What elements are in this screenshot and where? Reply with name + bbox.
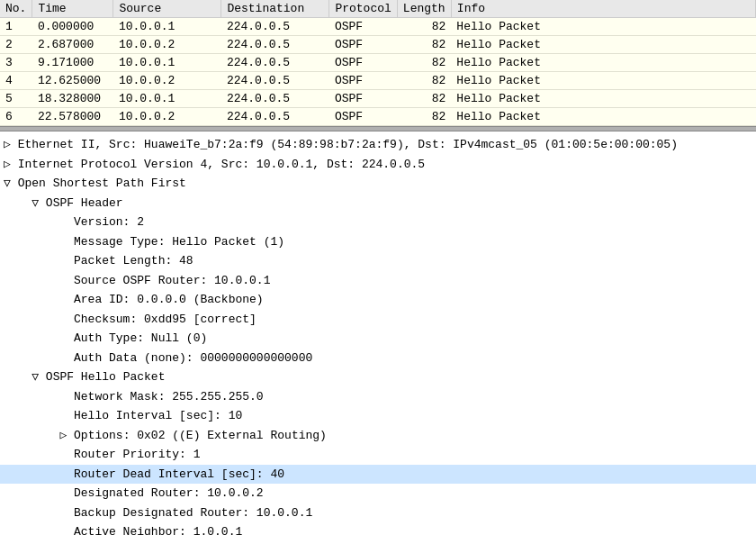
cell-info: Hello Packet	[451, 108, 755, 126]
cell-no: 6	[0, 108, 32, 126]
cell-protocol: OSPF	[329, 18, 397, 36]
cell-info: Hello Packet	[451, 90, 755, 108]
detail-line-version: Version: 2	[0, 213, 756, 232]
detail-line-routerpri: Router Priority: 1	[0, 445, 756, 465]
cell-time: 9.171000	[32, 54, 113, 72]
detail-line-backdesgrouter: Backup Designated Router: 10.0.0.1	[0, 503, 756, 523]
col-header-length: Length	[397, 0, 451, 18]
cell-length: 82	[397, 18, 451, 36]
table-row[interactable]: 1 0.000000 10.0.0.1 224.0.0.5 OSPF 82 He…	[0, 18, 756, 36]
cell-no: 1	[0, 18, 32, 36]
table-row[interactable]: 2 2.687000 10.0.0.2 224.0.0.5 OSPF 82 He…	[0, 36, 756, 54]
col-header-time: Time	[32, 0, 113, 18]
detail-line-authtype: Auth Type: Null (0)	[0, 329, 756, 349]
cell-no: 5	[0, 90, 32, 108]
cell-protocol: OSPF	[329, 90, 397, 108]
detail-line-hellointerval: Hello Interval [sec]: 10	[0, 406, 756, 426]
col-header-info: Info	[451, 0, 755, 18]
cell-time: 12.625000	[32, 72, 113, 90]
table-row[interactable]: 4 12.625000 10.0.0.2 224.0.0.5 OSPF 82 H…	[0, 72, 756, 90]
cell-protocol: OSPF	[329, 36, 397, 54]
cell-destination: 224.0.0.5	[221, 90, 329, 108]
detail-line-pktlen: Packet Length: 48	[0, 251, 756, 271]
cell-destination: 224.0.0.5	[221, 54, 329, 72]
detail-line-netmask: Network Mask: 255.255.255.0	[0, 387, 756, 407]
cell-length: 82	[397, 54, 451, 72]
cell-protocol: OSPF	[329, 54, 397, 72]
cell-time: 18.328000	[32, 90, 113, 108]
col-header-no: No.	[0, 0, 32, 18]
cell-source: 10.0.0.1	[113, 18, 221, 36]
cell-source: 10.0.0.2	[113, 36, 221, 54]
cell-destination: 224.0.0.5	[221, 108, 329, 126]
cell-destination: 224.0.0.5	[221, 72, 329, 90]
packet-details-panel: ▷ Ethernet II, Src: HuaweiTe_b7:2a:f9 (5…	[0, 131, 756, 535]
detail-line-checksum: Checksum: 0xdd95 [correct]	[0, 310, 756, 330]
cell-length: 82	[397, 36, 451, 54]
col-header-source: Source	[113, 0, 221, 18]
cell-time: 0.000000	[32, 18, 113, 36]
detail-line-ospf[interactable]: ▽ Open Shortest Path First	[0, 174, 756, 194]
col-header-protocol: Protocol	[329, 0, 397, 18]
cell-source: 10.0.0.2	[113, 108, 221, 126]
detail-line-authdata: Auth Data (none): 0000000000000000	[0, 349, 756, 368]
cell-source: 10.0.0.1	[113, 90, 221, 108]
cell-length: 82	[397, 72, 451, 90]
cell-length: 82	[397, 90, 451, 108]
detail-line-desgrouter: Designated Router: 10.0.0.2	[0, 484, 756, 503]
table-row[interactable]: 6 22.578000 10.0.0.2 224.0.0.5 OSPF 82 H…	[0, 108, 756, 126]
cell-source: 10.0.0.2	[113, 72, 221, 90]
detail-line-ethernet[interactable]: ▷ Ethernet II, Src: HuaweiTe_b7:2a:f9 (5…	[0, 135, 756, 155]
packet-rows: 1 0.000000 10.0.0.1 224.0.0.5 OSPF 82 He…	[0, 18, 756, 126]
detail-line-srcrouter: Source OSPF Router: 10.0.0.1	[0, 271, 756, 291]
cell-info: Hello Packet	[451, 72, 755, 90]
detail-line-msgtype: Message Type: Hello Packet (1)	[0, 232, 756, 252]
cell-info: Hello Packet	[451, 54, 755, 72]
table-row[interactable]: 5 18.328000 10.0.0.1 224.0.0.5 OSPF 82 H…	[0, 90, 756, 108]
detail-line-ospf-hello[interactable]: ▽ OSPF Hello Packet	[0, 367, 756, 387]
detail-line-ip[interactable]: ▷ Internet Protocol Version 4, Src: 10.0…	[0, 155, 756, 175]
cell-no: 3	[0, 54, 32, 72]
cell-time: 2.687000	[32, 36, 113, 54]
cell-info: Hello Packet	[451, 18, 755, 36]
detail-line-ospf-header[interactable]: ▽ OSPF Header	[0, 194, 756, 213]
packet-list-table: No. Time Source Destination Protocol Len…	[0, 0, 756, 126]
cell-destination: 224.0.0.5	[221, 18, 329, 36]
detail-line-areaid: Area ID: 0.0.0.0 (Backbone)	[0, 290, 756, 310]
cell-protocol: OSPF	[329, 72, 397, 90]
detail-line-options[interactable]: ▷ Options: 0x02 ((E) External Routing)	[0, 426, 756, 446]
cell-length: 82	[397, 108, 451, 126]
cell-no: 2	[0, 36, 32, 54]
table-header-row: No. Time Source Destination Protocol Len…	[0, 0, 756, 18]
detail-line-activeneighbor: Active Neighbor: 1.0.0.1	[0, 522, 756, 535]
cell-source: 10.0.0.1	[113, 54, 221, 72]
cell-time: 22.578000	[32, 108, 113, 126]
detail-line-routerdead: Router Dead Interval [sec]: 40	[0, 465, 756, 485]
cell-protocol: OSPF	[329, 108, 397, 126]
cell-info: Hello Packet	[451, 36, 755, 54]
cell-no: 4	[0, 72, 32, 90]
col-header-destination: Destination	[221, 0, 329, 18]
cell-destination: 224.0.0.5	[221, 36, 329, 54]
table-row[interactable]: 3 9.171000 10.0.0.1 224.0.0.5 OSPF 82 He…	[0, 54, 756, 72]
